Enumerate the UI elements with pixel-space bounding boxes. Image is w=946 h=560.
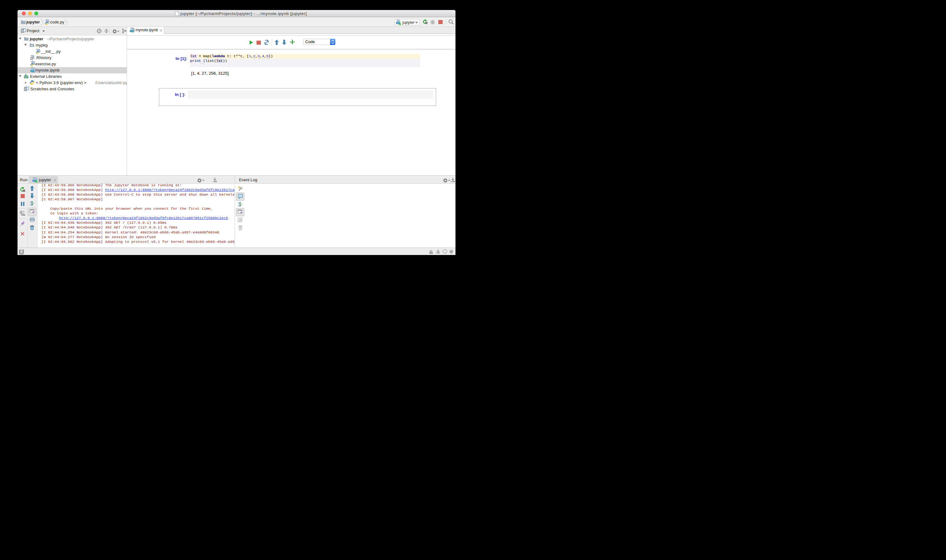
- svg-text:IP[y]: IP[y]: [30, 70, 34, 72]
- svg-text:IP[y]: IP[y]: [130, 30, 134, 32]
